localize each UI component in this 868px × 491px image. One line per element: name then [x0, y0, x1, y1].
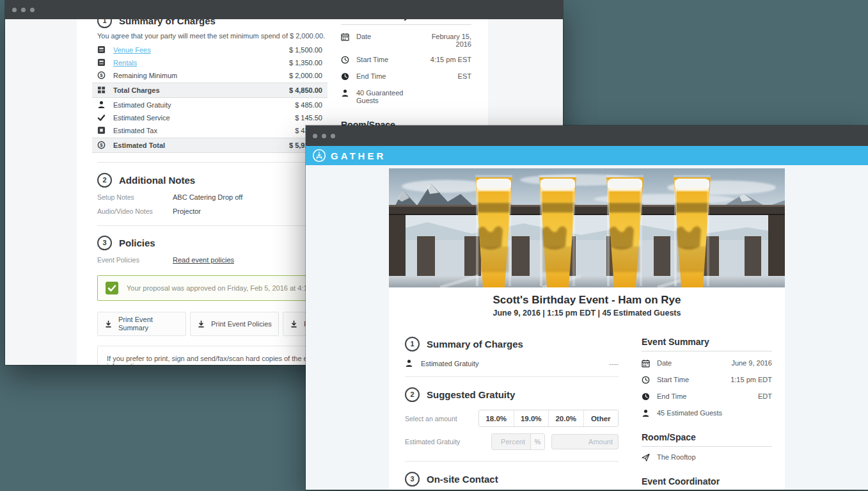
charge-amount: $ 2,000.00	[289, 72, 322, 79]
print-event-policies-button[interactable]: Print Event Policies	[190, 312, 279, 336]
charge-amount: $ 485.00	[295, 101, 322, 109]
sidebar-heading-label: Room/Space	[642, 432, 696, 442]
sidebar-label: Date	[657, 359, 721, 367]
charge-amount: $ 4,850.00	[289, 86, 322, 94]
select-amount-label: Select an amount	[405, 415, 457, 423]
section-heading-onsite-contact: 3 On-site Contact	[405, 472, 619, 486]
gratuity-percent-input[interactable]	[492, 434, 530, 449]
sidebar-value: 4:15 pm EST	[430, 56, 471, 63]
sidebar-heading: Event Summary	[642, 337, 772, 351]
sidebar-label: Start Time	[657, 376, 721, 383]
section-heading-summary-of-charges: 1 Summary of Charges	[97, 19, 322, 28]
traffic-light-dot-icon[interactable]	[30, 8, 35, 12]
sidebar-row: Start Time 4:15 pm EST	[341, 56, 471, 65]
gratuity-20-percent-button[interactable]: 20.0%	[548, 410, 583, 426]
charge-value: ----	[609, 360, 619, 367]
gratuity-select-row: Select an amount 18.0% 19.0% 20.0% Other	[405, 410, 619, 427]
download-icon	[290, 320, 298, 328]
traffic-light-dot-icon[interactable]	[313, 134, 317, 138]
clock-filled-icon	[642, 392, 651, 401]
button-label: Print Event Policies	[211, 320, 272, 328]
traffic-light-dot-icon[interactable]	[21, 8, 26, 12]
note-value: ABC Catering Drop off	[173, 193, 242, 201]
gratuity-other-button[interactable]: Other	[583, 410, 619, 426]
section-number-badge: 1	[405, 337, 420, 351]
invoice-icon	[97, 58, 106, 67]
charge-label: Total Charges	[113, 86, 160, 94]
event-coordinator-heading: Event Coordinator	[642, 476, 772, 490]
person-icon	[642, 409, 651, 418]
gather-logo-icon[interactable]	[312, 149, 326, 163]
calendar-icon	[642, 359, 651, 368]
gather-brand-name[interactable]: GATHER	[331, 150, 386, 161]
divider	[97, 162, 322, 163]
clock-outline-icon	[341, 56, 350, 65]
sidebar-heading-label: Event Coordinator	[642, 476, 720, 487]
sidebar-label: Date	[356, 33, 415, 40]
event-summary-sidebar: Event Summary Date June 9, 2016 Start Ti…	[642, 337, 772, 490]
sidebar-row: End Time EDT	[642, 392, 772, 401]
hero-image-beer-glasses	[389, 168, 785, 287]
event-summary-sidebar: Event Summary Date February 15, 2016 Sta…	[341, 19, 471, 134]
clock-outline-icon	[642, 376, 651, 385]
charge-row: Remaining Minimum $ 2,000.00	[97, 69, 322, 82]
event-title: Scott's Birthday Event - Ham on Rye	[389, 294, 785, 307]
gratuity-19-percent-button[interactable]: 19.0%	[514, 410, 549, 426]
gratuity-amount-input[interactable]	[551, 434, 619, 449]
main-column: 1 Summary of Charges You agree that your…	[97, 19, 322, 365]
sidebar-value: 1:15 pm EDT	[730, 376, 772, 383]
policies-label: Event Policies	[97, 256, 173, 264]
traffic-light-dot-icon[interactable]	[331, 134, 335, 138]
rentals-link[interactable]: Rentals	[113, 59, 137, 67]
check-icon	[97, 113, 106, 122]
person-icon	[405, 359, 414, 368]
minimum-spend-note: You agree that your party will meet the …	[97, 32, 322, 40]
main-column: 1 Summary of Charges Estimated Gratuity …	[405, 337, 619, 490]
room-space-row: The Rooftop	[642, 453, 772, 462]
section-number-badge: 3	[97, 236, 112, 250]
person-icon	[97, 101, 106, 109]
estimated-total-row: Estimated Total $ 5,918.90	[92, 138, 327, 153]
charge-row: Venue Fees $ 1,500.00	[97, 44, 322, 56]
charges-table: Venue Fees $ 1,500.00 Rentals $ 1,350.00…	[97, 44, 322, 153]
charge-label: Estimated Service	[113, 114, 170, 122]
traffic-light-dot-icon[interactable]	[12, 8, 17, 12]
read-event-policies-link[interactable]: Read event policies	[173, 256, 234, 264]
sidebar-label: 40 Guaranteed Guests	[356, 89, 420, 104]
traffic-light-dot-icon[interactable]	[322, 134, 326, 138]
note-row: Audio/Video Notes Projector	[97, 207, 322, 215]
charge-amount: $ 145.50	[295, 114, 322, 122]
download-icon	[197, 320, 205, 328]
section-heading-additional-notes: 2 Additional Notes	[97, 173, 322, 187]
sidebar-heading-label: Event Summary	[642, 337, 709, 347]
sidebar-label: Start Time	[356, 56, 420, 63]
charge-amount: $ 1,350.00	[289, 59, 322, 67]
venue-fees-link[interactable]: Venue Fees	[113, 46, 151, 54]
gratuity-percent-group: 18.0% 19.0% 20.0% Other	[478, 410, 619, 427]
gratuity-18-percent-button[interactable]: 18.0%	[479, 410, 514, 426]
total-charges-row: Total Charges $ 4,850.00	[92, 83, 327, 98]
charge-label: Estimated Gratuity	[421, 360, 478, 367]
section-heading-policies: 3 Policies	[97, 236, 322, 250]
section-title: Policies	[119, 237, 155, 248]
print-buttons-row: Print Event Summary Print Event Policies…	[97, 312, 322, 336]
calculator-icon	[97, 86, 106, 95]
section-heading-summary-of-charges: 1 Summary of Charges	[405, 337, 619, 351]
receipt-icon	[97, 126, 106, 135]
button-label: Print Event Summary	[118, 316, 179, 332]
window-titlebar[interactable]	[5, 0, 563, 19]
sidebar-row: 45 Estimated Guests	[642, 409, 772, 418]
print-event-summary-button[interactable]: Print Event Summary	[97, 312, 186, 336]
event-page-card: Scott's Birthday Event - Ham on Rye June…	[389, 168, 785, 490]
person-icon	[341, 89, 350, 98]
percent-suffix: %	[530, 434, 544, 449]
section-number-badge: 2	[97, 173, 112, 188]
sidebar-heading-label: Event Summary	[341, 19, 409, 20]
event-subtitle: June 9, 2016 | 1:15 pm EDT | 45 Estimate…	[389, 309, 785, 318]
sidebar-row: Start Time 1:15 pm EDT	[642, 376, 772, 385]
sidebar-label: End Time	[657, 392, 721, 400]
gather-app-header: GATHER	[306, 146, 868, 165]
window-titlebar[interactable]	[306, 125, 868, 146]
estimated-gratuity-label: Estimated Gratuity	[405, 438, 460, 446]
sidebar-label: End Time	[356, 72, 420, 80]
